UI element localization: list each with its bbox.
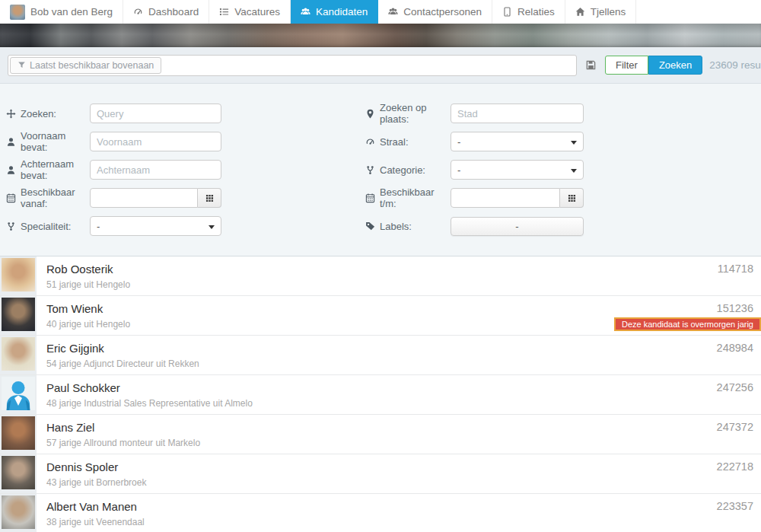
nav-item-label: Dashboard bbox=[148, 6, 199, 18]
candidate-info: Hans Ziel 57 jarige Allround monteur uit… bbox=[37, 415, 761, 454]
search-query-input[interactable] bbox=[161, 58, 575, 73]
filter-row: Beschikbaar vanaf: bbox=[6, 188, 365, 208]
search-submit-button[interactable]: Zoeken bbox=[648, 56, 702, 75]
nav-item-vacatures[interactable]: Vacatures bbox=[209, 0, 291, 24]
nav-item-contactpersonen[interactable]: Contactpersonen bbox=[378, 0, 492, 24]
filter-control bbox=[90, 188, 221, 208]
filter-row: Achternaam bevat: bbox=[6, 160, 365, 180]
filter-label: Zoeken op plaats: bbox=[365, 102, 451, 125]
nav-item-tjellens[interactable]: Tjellens bbox=[565, 0, 637, 24]
filter-control bbox=[451, 188, 584, 208]
candidate-row-7[interactable]: Albert Van Manen 38 jarige uit Veenendaa… bbox=[0, 494, 761, 532]
candidate-id: 247256 bbox=[717, 381, 753, 393]
calendar-icon bbox=[365, 193, 375, 203]
candidate-subtitle: 54 jarige Adjunct Directeur uit Rekken bbox=[46, 358, 753, 369]
user-name: Bob van den Berg bbox=[30, 6, 113, 18]
user-icon bbox=[6, 165, 16, 175]
candidate-subtitle: 43 jarige uit Bornerbroek bbox=[46, 477, 753, 488]
filter-button-labels[interactable]: - bbox=[451, 217, 584, 236]
sort-button[interactable]: Laatst beschikbaar bovenaan bbox=[10, 57, 161, 74]
nav-item-user[interactable]: Bob van den Berg bbox=[0, 0, 123, 24]
top-navbar: Bob van den Berg Dashboard Vacatures Kan… bbox=[0, 0, 761, 24]
candidate-row-6[interactable]: Dennis Spoler 43 jarige uit Bornerbroek … bbox=[0, 454, 761, 494]
chevron-down-icon bbox=[209, 225, 215, 229]
candidate-row-3[interactable]: Eric Gijgink 54 jarige Adjunct Directeur… bbox=[0, 336, 761, 375]
filter-select-categorie[interactable]: - bbox=[451, 160, 584, 180]
avatar-cell bbox=[0, 296, 37, 335]
user-avatar bbox=[10, 5, 25, 20]
save-icon bbox=[585, 59, 597, 71]
nav-item-label: Relaties bbox=[517, 6, 555, 18]
candidate-avatar bbox=[2, 416, 35, 450]
users-icon bbox=[388, 7, 398, 17]
candidate-row-5[interactable]: Hans Ziel 57 jarige Allround monteur uit… bbox=[0, 415, 761, 454]
filter-label: Straal: bbox=[365, 136, 451, 148]
page: Bob van den Berg Dashboard Vacatures Kan… bbox=[0, 0, 761, 532]
filter-input-plaats[interactable] bbox=[451, 104, 584, 123]
nav-items: Dashboard Vacatures Kandidaten Contactpe… bbox=[123, 0, 636, 24]
filter-label-text: Labels: bbox=[380, 221, 412, 232]
candidate-row-4[interactable]: Paul Schokker 48 jarige Industrial Sales… bbox=[0, 375, 761, 415]
candidate-avatar bbox=[2, 495, 35, 529]
filter-control: - bbox=[451, 160, 584, 180]
filter-search-button-group: Filter Zoeken bbox=[605, 56, 702, 75]
filter-input-beschikbaar-vanaf[interactable] bbox=[90, 188, 198, 208]
filter-label: Specialiteit: bbox=[6, 221, 90, 232]
calendar-picker-button-beschikbaar-tm[interactable] bbox=[560, 188, 584, 208]
filter-panel: Zoeken: Voornaam bevat: Achternaam bevat… bbox=[0, 84, 761, 256]
filter-select-specialiteit[interactable]: - bbox=[90, 216, 221, 236]
filter-label: Zoeken: bbox=[6, 108, 90, 119]
calendar-picker-button-beschikbaar-vanaf[interactable] bbox=[198, 188, 221, 208]
candidate-subtitle: 51 jarige uit Hengelo bbox=[46, 279, 753, 290]
filter-input-zoeken[interactable] bbox=[90, 104, 221, 123]
list-icon bbox=[219, 7, 229, 17]
filter-input-beschikbaar-tm[interactable] bbox=[451, 188, 560, 208]
filter-row: Beschikbaar t/m: bbox=[365, 188, 761, 208]
avatar-cell bbox=[0, 375, 37, 414]
tag-icon bbox=[365, 221, 375, 231]
results-count: 23609 resultaten bbox=[709, 59, 761, 71]
candidate-name: Tom Wienk bbox=[46, 302, 753, 315]
filter-input-achternaam[interactable] bbox=[90, 160, 221, 180]
filter-control bbox=[451, 104, 584, 123]
nav-item-kandidaten[interactable]: Kandidaten bbox=[291, 0, 378, 24]
filter-label-text: Straal: bbox=[380, 136, 409, 148]
filter-toggle-button[interactable]: Filter bbox=[605, 56, 648, 75]
candidate-id: 151236 bbox=[717, 302, 753, 314]
birthday-badge: Deze kandidaat is overmorgen jarig bbox=[614, 317, 761, 331]
chevron-down-icon bbox=[571, 169, 577, 173]
filter-label-text: Categorie: bbox=[380, 164, 425, 176]
candidate-avatar bbox=[2, 456, 35, 489]
filter-input-voornaam[interactable] bbox=[90, 132, 221, 151]
candidate-subtitle: 48 jarige Industrial Sales Representativ… bbox=[46, 398, 753, 409]
candidate-id: 247372 bbox=[717, 421, 753, 433]
nav-item-relaties[interactable]: Relaties bbox=[492, 0, 565, 24]
calendar-grid-icon bbox=[205, 193, 215, 203]
candidate-id: 222718 bbox=[717, 460, 753, 473]
filter-label-text: Beschikbaar vanaf: bbox=[21, 186, 90, 209]
filter-column-right: Zoeken op plaats: Straal: - Categorie: -… bbox=[365, 104, 761, 256]
candidate-info: Paul Schokker 48 jarige Industrial Sales… bbox=[37, 375, 761, 414]
filter-control bbox=[90, 132, 221, 151]
filter-label: Achternaam bevat: bbox=[6, 158, 90, 181]
filter-control bbox=[90, 160, 221, 180]
candidate-avatar bbox=[2, 337, 35, 371]
chevron-down-icon bbox=[571, 141, 577, 145]
avatar-cell bbox=[0, 256, 37, 295]
nav-item-dashboard[interactable]: Dashboard bbox=[123, 0, 209, 24]
sort-button-label: Laatst beschikbaar bovenaan bbox=[30, 60, 154, 71]
filter-control: - bbox=[90, 216, 221, 236]
candidate-row-1[interactable]: Rob Oosterik 51 jarige uit Hengelo 11471… bbox=[0, 256, 761, 296]
candidate-name: Dennis Spoler bbox=[46, 460, 753, 473]
person-avatar-icon bbox=[2, 377, 35, 410]
arrows-icon bbox=[6, 109, 16, 119]
candidate-id: 223357 bbox=[717, 500, 753, 512]
candidate-info: Eric Gijgink 54 jarige Adjunct Directeur… bbox=[37, 336, 761, 374]
filter-select-straal[interactable]: - bbox=[451, 132, 584, 151]
filter-row: Zoeken op plaats: bbox=[365, 104, 761, 123]
filter-row: Categorie: - bbox=[365, 160, 761, 180]
map-marker-icon bbox=[365, 109, 375, 119]
candidate-row-2[interactable]: Tom Wienk 40 jarige uit Hengelo 151236 D… bbox=[0, 296, 761, 336]
filter-label-text: Zoeken op plaats: bbox=[380, 102, 451, 125]
save-search-button[interactable] bbox=[584, 58, 598, 72]
